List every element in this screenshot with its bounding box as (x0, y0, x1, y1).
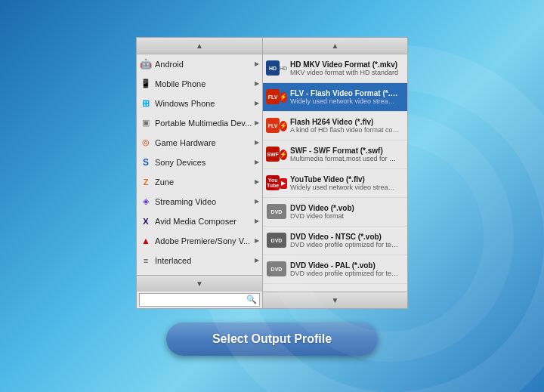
sidebar-item-adobe-premiere[interactable]: ▲ Adobe Premiere/Sony V... ▶ (137, 231, 262, 251)
sidebar-label-interlaced: Interlaced (155, 256, 253, 265)
streaming-video-icon: ◈ (140, 196, 152, 208)
right-panel-items: HD HD HD MKV Video Format (*.mkv) MKV vi… (263, 54, 407, 292)
arrow-icon-zune: ▶ (255, 178, 259, 185)
format-item-swf[interactable]: SWF ⚡ SWF - SWF Format (*.swf) Multimedi… (263, 140, 407, 169)
arrow-icon-portable-multimedia: ▶ (255, 119, 259, 126)
arrow-icon-mobile-phone: ▶ (255, 80, 259, 87)
right-scroll-up-icon: ▲ (332, 42, 339, 50)
arrow-icon-streaming-video: ▶ (255, 198, 259, 205)
arrow-icon-windows-phone: ▶ (255, 100, 259, 106)
format-title-dvd-pal: DVD Video - PAL (*.vob) (290, 261, 400, 270)
arrow-icon-game-hardware: ▶ (255, 139, 259, 146)
format-item-flv[interactable]: FLV ⚡ FLV - Flash Video Format (*.flv) W… (263, 83, 407, 112)
format-title-flv: FLV - Flash Video Format (*.flv) (290, 89, 400, 97)
format-text-youtube: YouTube Video (*.flv) Widely used networ… (290, 175, 404, 191)
sidebar-item-streaming-video[interactable]: ◈ Streaming Video ▶ (137, 192, 262, 211)
sidebar-label-sony-devices: Sony Devices (155, 158, 253, 167)
format-desc-swf: Multimedia format,most used for network … (290, 155, 400, 162)
format-text-dvd-vob: DVD Video (*.vob) DVD video format (290, 204, 404, 220)
format-desc-flash-h264: A kind of HD flash video format coding w… (290, 126, 400, 134)
select-output-profile-label: Select Output Profile (212, 332, 332, 346)
format-item-dvd-pal[interactable]: DVD DVD Video - PAL (*.vob) DVD video pr… (263, 255, 407, 284)
right-panel-scroll-down[interactable]: ▼ (263, 292, 407, 308)
format-item-dvd-ntsc[interactable]: DVD DVD Video - NTSC (*.vob) DVD video p… (263, 227, 407, 255)
format-icon-flv: FLV ⚡ (266, 86, 287, 107)
sidebar-item-portable-multimedia[interactable]: ▣ Portable Multimedia Dev... ▶ (137, 113, 262, 133)
sidebar-label-avid-media-composer: Avid Media Composer (155, 217, 253, 226)
left-menu-panel: ▲ 🤖 Android ▶ 📱 Mobile Phone ▶ ⊞ Windows… (136, 37, 263, 309)
sony-devices-icon: S (140, 156, 152, 168)
dv-icon: ▣ (140, 274, 152, 275)
format-item-hd-mkv[interactable]: HD HD HD MKV Video Format (*.mkv) MKV vi… (263, 54, 407, 83)
sidebar-label-android: Android (155, 60, 253, 69)
sidebar-label-game-hardware: Game Hardware (155, 138, 253, 147)
format-title-youtube: YouTube Video (*.flv) (290, 175, 400, 184)
sidebar-label-zune: Zune (155, 177, 253, 187)
format-desc-hd-mkv: MKV video format with HD standard (290, 69, 400, 76)
android-icon: 🤖 (140, 58, 152, 70)
right-scroll-down-icon: ▼ (332, 296, 339, 304)
interlaced-icon: ≡ (140, 255, 152, 267)
avid-media-composer-icon: X (140, 215, 152, 227)
format-icon-dvd-vob: DVD (266, 201, 287, 222)
left-panel-scroll-up[interactable]: ▲ (137, 38, 262, 54)
format-item-youtube[interactable]: You Tube ▶ YouTube Video (*.flv) Widely … (263, 169, 407, 198)
format-text-swf: SWF - SWF Format (*.swf) Multimedia form… (290, 147, 404, 162)
format-title-flash-h264: Flash H264 Video (*.flv) (290, 118, 400, 126)
right-panel-scroll-up[interactable]: ▲ (263, 38, 407, 54)
sidebar-item-sony-devices[interactable]: S Sony Devices ▶ (137, 153, 262, 172)
search-input[interactable] (142, 295, 246, 304)
format-desc-dvd-pal: DVD video profile optimized for televisi… (290, 270, 400, 277)
sidebar-label-streaming-video: Streaming Video (155, 197, 253, 206)
arrow-icon-adobe-premiere: ▶ (255, 237, 259, 244)
format-icon-dvd-ntsc: DVD (266, 230, 287, 251)
format-item-flash-h264[interactable]: FLV ⚡ Flash H264 Video (*.flv) A kind of… (263, 112, 407, 140)
format-icon-swf: SWF ⚡ (266, 144, 287, 165)
select-output-profile-button[interactable]: Select Output Profile (166, 323, 378, 356)
format-icon-dvd-pal: DVD (266, 258, 287, 279)
format-title-hd-mkv: HD MKV Video Format (*.mkv) (290, 60, 400, 69)
search-bar[interactable]: 🔍 (139, 293, 260, 307)
right-format-panel: ▲ HD HD HD MKV Video Format (*.mkv) MKV … (263, 37, 408, 309)
game-hardware-icon: ◎ (140, 137, 152, 149)
sidebar-item-mobile-phone[interactable]: 📱 Mobile Phone ▶ (137, 74, 262, 94)
adobe-premiere-icon: ▲ (140, 235, 152, 247)
arrow-icon-android: ▶ (255, 60, 259, 67)
format-desc-flv: Widely used network video streaming medi… (290, 97, 400, 105)
format-item-dvd-vob[interactable]: DVD DVD Video (*.vob) DVD video format (263, 198, 407, 227)
sidebar-label-windows-phone: Windows Phone (155, 99, 253, 108)
format-title-dvd-ntsc: DVD Video - NTSC (*.vob) (290, 233, 400, 241)
sidebar-item-zune[interactable]: Z Zune ▶ (137, 172, 262, 192)
arrow-icon-sony-devices: ▶ (255, 159, 259, 165)
sidebar-item-dv[interactable]: ▣ DV ▶ (137, 270, 262, 275)
arrow-icon-interlaced: ▶ (255, 257, 259, 264)
windows-phone-icon: ⊞ (140, 97, 152, 110)
sidebar-item-game-hardware[interactable]: ◎ Game Hardware ▶ (137, 133, 262, 153)
mobile-phone-icon: 📱 (140, 78, 152, 90)
format-desc-dvd-vob: DVD video format (290, 212, 400, 220)
scroll-down-icon: ▼ (196, 279, 203, 288)
sidebar-item-android[interactable]: 🤖 Android ▶ (137, 54, 262, 74)
format-text-dvd-ntsc: DVD Video - NTSC (*.vob) DVD video profi… (290, 233, 404, 248)
portable-multimedia-icon: ▣ (140, 117, 152, 129)
arrow-icon-avid-media-composer: ▶ (255, 218, 259, 224)
format-icon-youtube: You Tube ▶ (266, 172, 287, 193)
format-text-flv: FLV - Flash Video Format (*.flv) Widely … (290, 89, 404, 105)
format-desc-youtube: Widely used network video streaming medi… (290, 184, 400, 191)
format-desc-dvd-ntsc: DVD video profile optimized for televisi… (290, 241, 400, 248)
sidebar-item-windows-phone[interactable]: ⊞ Windows Phone ▶ (137, 94, 262, 113)
format-icon-hd-mkv: HD HD (266, 57, 287, 79)
sidebar-label-mobile-phone: Mobile Phone (155, 79, 253, 88)
format-text-hd-mkv: HD MKV Video Format (*.mkv) MKV video fo… (290, 60, 404, 76)
format-title-dvd-vob: DVD Video (*.vob) (290, 204, 400, 212)
scroll-up-icon: ▲ (196, 42, 203, 50)
sidebar-item-avid-media-composer[interactable]: X Avid Media Composer ▶ (137, 211, 262, 231)
left-menu-items: 🤖 Android ▶ 📱 Mobile Phone ▶ ⊞ Windows P… (137, 54, 262, 275)
format-text-flash-h264: Flash H264 Video (*.flv) A kind of HD fl… (290, 118, 404, 134)
sidebar-item-interlaced[interactable]: ≡ Interlaced ▶ (137, 251, 262, 270)
zune-icon: Z (140, 176, 152, 188)
search-icon: 🔍 (246, 295, 257, 305)
format-icon-flash-h264: FLV ⚡ (266, 115, 287, 136)
left-panel-scroll-down[interactable]: ▼ (137, 275, 262, 292)
sidebar-label-portable-multimedia: Portable Multimedia Dev... (155, 119, 253, 128)
